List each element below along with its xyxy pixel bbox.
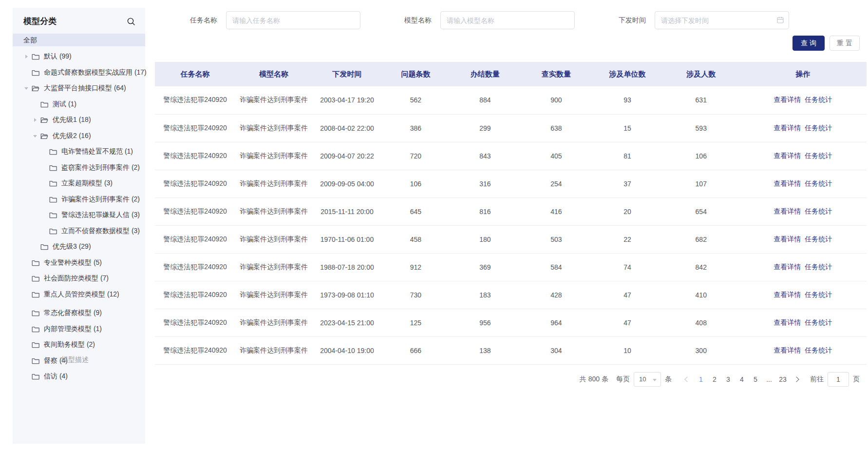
tree-item[interactable]: 夜间勤务模型 (2) (13, 337, 145, 353)
tree-item[interactable]: 盗窃案件达到刑事案件 (2) (13, 160, 145, 176)
query-button[interactable]: 查 询 (793, 36, 825, 51)
cell-model: 诈骗案件达到刑事案件 (235, 114, 312, 142)
task-stats-link[interactable]: 任务统计 (805, 96, 832, 103)
view-detail-link[interactable]: 查看详情 (774, 124, 801, 132)
view-detail-link[interactable]: 查看详情 (774, 207, 801, 215)
page-number-4[interactable]: 4 (735, 373, 749, 386)
calendar-icon[interactable] (776, 16, 784, 24)
tree-item[interactable]: 重点人员管控类模型 (12) (13, 287, 145, 303)
page-number-23[interactable]: 23 (776, 373, 790, 386)
cell-model: 诈骗案件达到刑事案件 (235, 281, 312, 309)
task-stats-link[interactable]: 任务统计 (805, 263, 832, 271)
sidebar-item-all[interactable]: 全部 (13, 34, 145, 46)
tree-item[interactable]: 诈骗案件达到刑事案件 (2) (13, 192, 145, 208)
task-stats-link[interactable]: 任务统计 (805, 152, 832, 159)
cell-issues: 125 (382, 309, 450, 336)
task-name-input[interactable] (226, 11, 360, 29)
tree-item-label: 测试 (1) (53, 100, 76, 109)
page-number-3[interactable]: 3 (721, 373, 735, 386)
cell-time: 1970-11-06 01:00 (312, 225, 382, 253)
cell-completed: 884 (450, 86, 521, 114)
tree-item-label: 默认 (99) (44, 52, 72, 61)
tree-item[interactable]: 优先级3 (29) (13, 239, 145, 255)
tree-item[interactable]: 专业警种类模型 (5) (13, 255, 145, 271)
model-name-input[interactable] (440, 11, 575, 29)
tree-item[interactable]: 信访 (4) (13, 369, 145, 385)
caret-down-icon[interactable] (32, 133, 38, 139)
search-icon[interactable] (127, 17, 135, 26)
cell-time: 1973-09-08 01:10 (312, 281, 382, 309)
task-stats-link[interactable]: 任务统计 (805, 318, 832, 326)
cell-issues: 720 (382, 142, 450, 170)
tree-item[interactable]: 立案超期模型 (3) (13, 176, 145, 192)
column-header: 查实数量 (521, 62, 592, 86)
cell-verified: 428 (521, 281, 592, 309)
column-header: 涉及单位数 (592, 62, 663, 86)
page-numbers: 12345...23 (694, 373, 790, 386)
caret-right-icon[interactable] (32, 117, 38, 123)
view-detail-link[interactable]: 查看详情 (774, 318, 801, 326)
cell-people: 631 (663, 86, 739, 114)
caret-down-icon[interactable] (23, 85, 29, 91)
cell-issues: 106 (382, 170, 450, 197)
tree-item[interactable]: 大监督平台抽接口模型 (64) (13, 80, 145, 97)
cell-actions: 查看详情任务统计 (739, 281, 867, 309)
cell-issues: 730 (382, 281, 450, 309)
tree-item[interactable]: 内部管理类模型 (1) (13, 321, 145, 337)
next-page-button[interactable] (790, 373, 803, 386)
tree-item[interactable]: 警综违法犯罪嫌疑人信 (3) (13, 207, 145, 223)
tree-item[interactable]: 优先级1 (18) (13, 112, 145, 128)
prev-page-button[interactable] (680, 373, 694, 386)
tree-item[interactable]: 督察 (4)模型描述 (13, 353, 145, 369)
page-number-5[interactable]: 5 (749, 373, 762, 386)
view-detail-link[interactable]: 查看详情 (774, 179, 801, 187)
view-detail-link[interactable]: 查看详情 (774, 152, 801, 159)
cell-units: 74 (592, 253, 663, 281)
view-detail-link[interactable]: 查看详情 (774, 96, 801, 103)
tree-item[interactable]: 命题式督察数据模型实战应用 (17) (13, 65, 145, 81)
goto-page-input[interactable] (828, 372, 849, 387)
page-number-2[interactable]: 2 (708, 373, 721, 386)
tree-item[interactable]: 社会面防控类模型 (7) (13, 271, 145, 287)
page-size-select[interactable]: 10 (634, 372, 661, 387)
tree-item[interactable]: 测试 (1) (13, 97, 145, 113)
folder-icon (32, 357, 39, 364)
view-detail-link[interactable]: 查看详情 (774, 291, 801, 298)
pagination: 共 800 条 每页 10 条 12345...23 前往 页 (155, 372, 867, 387)
tree-item-label: 优先级3 (29) (53, 242, 91, 251)
issue-time-datepicker[interactable] (655, 11, 789, 29)
tree-item[interactable]: 默认 (99) (13, 49, 145, 65)
tree-item-label: 诈骗案件达到刑事案件 (2) (61, 195, 140, 204)
folder-icon (40, 243, 48, 250)
task-stats-link[interactable]: 任务统计 (805, 291, 832, 298)
task-stats-link[interactable]: 任务统计 (805, 235, 832, 243)
main-content: 任务名称 模型名称 下发时间 (155, 0, 867, 387)
view-detail-link[interactable]: 查看详情 (774, 263, 801, 271)
folder-open-icon (40, 133, 48, 139)
tree-item-label: 立案超期模型 (3) (61, 179, 113, 188)
cell-model: 诈骗案件达到刑事案件 (235, 170, 312, 197)
caret-right-icon[interactable] (23, 54, 29, 59)
task-stats-link[interactable]: 任务统计 (805, 346, 832, 354)
task-stats-link[interactable]: 任务统计 (805, 179, 832, 187)
folder-icon (49, 196, 57, 203)
tree-item-label: 电诈警情处置不规范 (1) (61, 147, 133, 156)
view-detail-link[interactable]: 查看详情 (774, 235, 801, 243)
tree-item-label: 专业警种类模型 (5) (44, 258, 102, 267)
reset-button[interactable]: 重 置 (830, 36, 860, 51)
cell-model: 诈骗案件达到刑事案件 (235, 197, 312, 225)
tree-item[interactable]: 优先级2 (16) (13, 128, 145, 144)
tree-item[interactable]: 立而不侦督察数据模型 (3) (13, 223, 145, 239)
page-number-1[interactable]: 1 (694, 373, 708, 386)
filter-task-name: 任务名称 (190, 11, 360, 29)
tree-item[interactable]: 常态化督察模型 (9) (13, 305, 145, 321)
task-stats-link[interactable]: 任务统计 (805, 124, 832, 132)
tree-item[interactable]: 电诈警情处置不规范 (1) (13, 144, 145, 160)
page-ellipsis[interactable]: ... (762, 373, 776, 386)
caret-placeholder (23, 326, 29, 332)
table-row: 警综违法犯罪240920诈骗案件达到刑事案件2009-04-07 20:2272… (155, 142, 867, 170)
table-row: 警综违法犯罪240920诈骗案件达到刑事案件1988-07-18 20:0091… (155, 253, 867, 281)
cell-people: 593 (663, 114, 739, 142)
view-detail-link[interactable]: 查看详情 (774, 346, 801, 354)
task-stats-link[interactable]: 任务统计 (805, 207, 832, 215)
